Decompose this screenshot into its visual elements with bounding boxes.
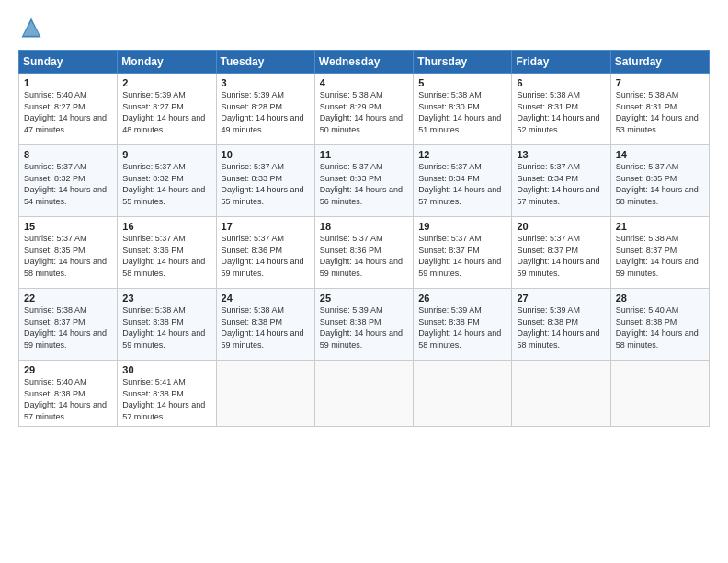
sunrise-text: Sunrise: 5:40 AM [24, 377, 87, 386]
calendar-table: SundayMondayTuesdayWednesdayThursdayFrid… [18, 50, 710, 427]
sunset-text: Sunset: 8:38 PM [24, 389, 85, 398]
day-number: 29 [24, 364, 112, 375]
sunrise-text: Sunrise: 5:37 AM [222, 234, 285, 243]
day-info: Sunrise: 5:40 AM Sunset: 8:38 PM Dayligh… [616, 304, 704, 350]
col-header-tuesday: Tuesday [216, 51, 314, 74]
calendar-cell: 16 Sunrise: 5:37 AM Sunset: 8:36 PM Dayl… [118, 217, 216, 289]
day-info: Sunrise: 5:38 AM Sunset: 8:30 PM Dayligh… [418, 89, 506, 135]
day-info: Sunrise: 5:38 AM Sunset: 8:31 PM Dayligh… [517, 89, 605, 135]
daylight-text: Daylight: 14 hours and 57 minutes. [517, 185, 599, 206]
sunset-text: Sunset: 8:38 PM [418, 317, 480, 327]
day-info: Sunrise: 5:39 AM Sunset: 8:38 PM Dayligh… [517, 304, 605, 350]
sunset-text: Sunset: 8:36 PM [320, 246, 381, 255]
sunset-text: Sunset: 8:35 PM [24, 246, 85, 255]
day-number: 20 [517, 221, 605, 232]
calendar-cell: 5 Sunrise: 5:38 AM Sunset: 8:30 PM Dayli… [414, 74, 512, 145]
daylight-text: Daylight: 14 hours and 59 minutes. [517, 257, 599, 278]
daylight-text: Daylight: 14 hours and 59 minutes. [320, 328, 403, 350]
sunset-text: Sunset: 8:27 PM [24, 102, 85, 111]
sunset-text: Sunset: 8:35 PM [616, 174, 677, 183]
sunrise-text: Sunrise: 5:41 AM [122, 377, 186, 386]
sunset-text: Sunset: 8:36 PM [222, 246, 283, 255]
day-number: 27 [517, 293, 605, 304]
sunrise-text: Sunrise: 5:38 AM [616, 234, 679, 243]
day-number: 1 [24, 77, 112, 88]
day-number: 25 [320, 293, 408, 304]
day-info: Sunrise: 5:38 AM Sunset: 8:38 PM Dayligh… [222, 304, 310, 350]
day-number: 22 [24, 293, 112, 304]
daylight-text: Daylight: 14 hours and 53 minutes. [616, 113, 699, 134]
calendar-cell: 24 Sunrise: 5:38 AM Sunset: 8:38 PM Dayl… [216, 289, 314, 361]
sunrise-text: Sunrise: 5:37 AM [517, 162, 580, 171]
sunrise-text: Sunrise: 5:40 AM [616, 305, 679, 315]
daylight-text: Daylight: 14 hours and 55 minutes. [122, 185, 205, 206]
calendar-cell: 13 Sunrise: 5:37 AM Sunset: 8:34 PM Dayl… [512, 145, 610, 217]
day-info: Sunrise: 5:40 AM Sunset: 8:38 PM Dayligh… [24, 376, 112, 422]
sunset-text: Sunset: 8:31 PM [517, 102, 578, 111]
day-info: Sunrise: 5:38 AM Sunset: 8:29 PM Dayligh… [320, 89, 408, 135]
day-info: Sunrise: 5:37 AM Sunset: 8:36 PM Dayligh… [222, 233, 310, 279]
day-info: Sunrise: 5:39 AM Sunset: 8:27 PM Dayligh… [122, 89, 210, 135]
col-header-sunday: Sunday [19, 51, 118, 74]
daylight-text: Daylight: 14 hours and 58 minutes. [418, 328, 501, 350]
day-info: Sunrise: 5:38 AM Sunset: 8:37 PM Dayligh… [24, 304, 112, 350]
sunrise-text: Sunrise: 5:37 AM [418, 234, 482, 243]
day-info: Sunrise: 5:37 AM Sunset: 8:35 PM Dayligh… [616, 161, 704, 207]
sunrise-text: Sunrise: 5:38 AM [122, 305, 186, 315]
day-number: 9 [122, 149, 210, 160]
day-number: 13 [517, 149, 605, 160]
calendar-cell: 11 Sunrise: 5:37 AM Sunset: 8:33 PM Dayl… [314, 145, 413, 217]
day-info: Sunrise: 5:37 AM Sunset: 8:34 PM Dayligh… [418, 161, 506, 207]
calendar-cell: 10 Sunrise: 5:37 AM Sunset: 8:33 PM Dayl… [216, 145, 314, 217]
day-info: Sunrise: 5:37 AM Sunset: 8:37 PM Dayligh… [418, 233, 506, 279]
sunrise-text: Sunrise: 5:40 AM [24, 90, 87, 99]
day-info: Sunrise: 5:39 AM Sunset: 8:38 PM Dayligh… [320, 304, 408, 350]
calendar-cell: 21 Sunrise: 5:38 AM Sunset: 8:37 PM Dayl… [610, 217, 709, 289]
sunset-text: Sunset: 8:37 PM [616, 246, 677, 255]
sunrise-text: Sunrise: 5:37 AM [222, 162, 285, 171]
daylight-text: Daylight: 14 hours and 59 minutes. [320, 257, 403, 278]
calendar-cell: 1 Sunrise: 5:40 AM Sunset: 8:27 PM Dayli… [19, 74, 118, 145]
day-number: 10 [222, 149, 310, 160]
daylight-text: Daylight: 14 hours and 50 minutes. [320, 113, 403, 134]
sunset-text: Sunset: 8:37 PM [24, 317, 85, 327]
sunset-text: Sunset: 8:38 PM [122, 317, 184, 327]
sunset-text: Sunset: 8:36 PM [122, 246, 184, 255]
logo-icon [18, 15, 44, 40]
sunrise-text: Sunrise: 5:37 AM [24, 234, 87, 243]
sunrise-text: Sunrise: 5:38 AM [24, 305, 87, 315]
daylight-text: Daylight: 14 hours and 59 minutes. [122, 328, 205, 350]
day-info: Sunrise: 5:37 AM Sunset: 8:36 PM Dayligh… [122, 233, 210, 279]
page: SundayMondayTuesdayWednesdayThursdayFrid… [0, 0, 728, 563]
sunset-text: Sunset: 8:37 PM [517, 246, 578, 255]
calendar-cell: 18 Sunrise: 5:37 AM Sunset: 8:36 PM Dayl… [314, 217, 413, 289]
calendar-cell [414, 361, 512, 427]
sunset-text: Sunset: 8:30 PM [418, 102, 480, 111]
daylight-text: Daylight: 14 hours and 54 minutes. [24, 185, 107, 206]
daylight-text: Daylight: 14 hours and 59 minutes. [222, 257, 304, 278]
day-number: 19 [418, 221, 506, 232]
day-info: Sunrise: 5:37 AM Sunset: 8:32 PM Dayligh… [24, 161, 112, 207]
sunset-text: Sunset: 8:28 PM [222, 102, 283, 111]
calendar-cell: 29 Sunrise: 5:40 AM Sunset: 8:38 PM Dayl… [19, 361, 118, 427]
day-info: Sunrise: 5:37 AM Sunset: 8:37 PM Dayligh… [517, 233, 605, 279]
daylight-text: Daylight: 14 hours and 47 minutes. [24, 113, 107, 134]
day-info: Sunrise: 5:39 AM Sunset: 8:38 PM Dayligh… [418, 304, 506, 350]
day-number: 17 [222, 221, 310, 232]
daylight-text: Daylight: 14 hours and 56 minutes. [320, 185, 403, 206]
calendar-cell: 15 Sunrise: 5:37 AM Sunset: 8:35 PM Dayl… [19, 217, 118, 289]
col-header-thursday: Thursday [414, 51, 512, 74]
day-number: 4 [320, 77, 408, 88]
col-header-friday: Friday [512, 51, 610, 74]
sunset-text: Sunset: 8:27 PM [122, 102, 184, 111]
sunrise-text: Sunrise: 5:38 AM [616, 90, 679, 99]
day-info: Sunrise: 5:38 AM Sunset: 8:37 PM Dayligh… [616, 233, 704, 279]
calendar-cell [314, 361, 413, 427]
day-number: 6 [517, 77, 605, 88]
day-number: 12 [418, 149, 506, 160]
calendar-cell: 3 Sunrise: 5:39 AM Sunset: 8:28 PM Dayli… [216, 74, 314, 145]
daylight-text: Daylight: 14 hours and 48 minutes. [122, 113, 205, 134]
day-info: Sunrise: 5:37 AM Sunset: 8:32 PM Dayligh… [122, 161, 210, 207]
daylight-text: Daylight: 14 hours and 59 minutes. [24, 328, 107, 350]
calendar-cell: 19 Sunrise: 5:37 AM Sunset: 8:37 PM Dayl… [414, 217, 512, 289]
